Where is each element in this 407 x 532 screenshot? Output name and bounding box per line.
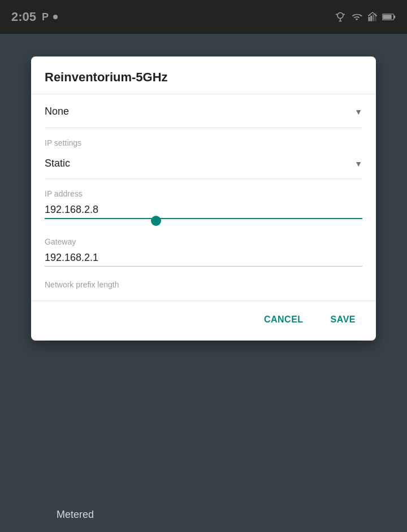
cancel-button[interactable]: CANCEL	[253, 308, 315, 332]
ip-address-cursor	[151, 216, 161, 226]
gateway-input[interactable]	[45, 250, 362, 266]
proxy-chevron-icon: ▼	[354, 107, 362, 116]
proxy-dropdown[interactable]: None ▼	[45, 94, 362, 128]
gateway-label: Gateway	[45, 237, 362, 246]
ip-settings-label: IP settings	[45, 128, 362, 150]
gateway-underline	[45, 266, 362, 267]
wifi-dialog: Reinventorium-5GHz None ▼ IP settings St…	[31, 56, 376, 341]
ip-address-underline	[45, 218, 362, 219]
ip-address-label: IP address	[45, 189, 362, 198]
save-button[interactable]: SAVE	[319, 308, 367, 332]
network-prefix-label: Network prefix length	[45, 280, 362, 289]
proxy-value: None	[45, 106, 69, 117]
ip-address-input[interactable]	[45, 202, 362, 218]
gateway-group: Gateway	[45, 221, 362, 269]
ip-settings-value: Static	[45, 158, 70, 169]
dialog-actions: CANCEL SAVE	[31, 300, 376, 341]
ip-address-input-wrapper	[45, 202, 362, 221]
network-prefix-group: Network prefix length	[45, 269, 362, 296]
ip-address-group: IP address	[45, 179, 362, 221]
ip-settings-dropdown[interactable]: Static ▼	[45, 150, 362, 179]
metered-label: Metered	[57, 509, 94, 521]
dialog-title: Reinventorium-5GHz	[31, 56, 376, 94]
ip-settings-chevron-icon: ▼	[354, 159, 362, 168]
dialog-body: None ▼ IP settings Static ▼ IP address G…	[31, 94, 376, 296]
gateway-input-wrapper	[45, 250, 362, 269]
